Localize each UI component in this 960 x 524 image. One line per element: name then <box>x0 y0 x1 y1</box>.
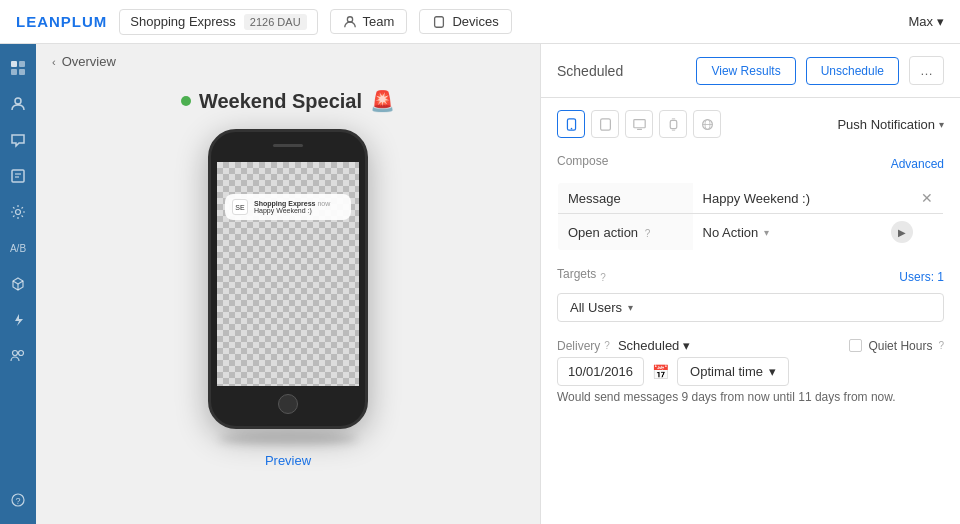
user-name: Max <box>908 14 933 29</box>
team-button[interactable]: Team <box>330 9 408 34</box>
campaign-area: Weekend Special 🚨 SE Shopping Express no… <box>36 79 540 524</box>
phone-device-icon[interactable] <box>557 110 585 138</box>
phone-home-button <box>278 394 298 414</box>
sidebar-item-messages[interactable] <box>2 124 34 156</box>
phone-screen: SE Shopping Express now Happy Weekend :) <box>217 162 359 386</box>
svg-rect-20 <box>600 118 610 129</box>
back-arrow-icon: ‹ <box>52 56 56 68</box>
svg-text:?: ? <box>16 496 21 506</box>
svg-line-12 <box>13 281 18 284</box>
svg-point-6 <box>15 98 21 104</box>
breadcrumb-overview[interactable]: Overview <box>62 54 116 69</box>
phone-mockup: SE Shopping Express now Happy Weekend :) <box>208 129 368 445</box>
sidebar-item-dashboard[interactable] <box>2 52 34 84</box>
delivery-help-icon: ? <box>604 340 610 351</box>
phone-notification: SE Shopping Express now Happy Weekend :) <box>225 194 351 220</box>
team-icon <box>343 15 357 29</box>
notification-type-arrow-icon: ▾ <box>939 119 944 130</box>
sidebar-item-spark[interactable] <box>2 304 34 336</box>
dau-badge: 2126 DAU <box>244 14 307 30</box>
svg-rect-1 <box>435 16 444 27</box>
svg-rect-3 <box>19 61 25 67</box>
play-button[interactable]: ▶ <box>891 221 913 243</box>
user-chevron-icon: ▾ <box>937 14 944 29</box>
message-close-icon[interactable]: ✕ <box>921 190 933 206</box>
unschedule-button[interactable]: Unschedule <box>806 57 899 85</box>
message-row: Message Happy Weekend :) ✕ <box>558 183 944 214</box>
devices-icon <box>432 15 446 29</box>
tablet-device-icon[interactable] <box>591 110 619 138</box>
sidebar-item-users[interactable] <box>2 88 34 120</box>
svg-rect-21 <box>633 119 644 127</box>
campaign-name: Weekend Special <box>199 90 362 113</box>
panel-status: Scheduled <box>557 63 686 79</box>
layout: A/B ? ‹ Overview Weekend Special 🚨 <box>0 44 960 524</box>
device-icons-row: Push Notification ▾ <box>557 110 944 138</box>
delivery-info-text: Would send messages 9 days from now unti… <box>557 390 944 404</box>
optimal-time-selector[interactable]: Optimal time ▾ <box>677 357 789 386</box>
no-action-value: No Action <box>703 225 759 240</box>
open-action-row: Open action ? No Action ▾ ▶ <box>558 214 944 251</box>
scheduled-select[interactable]: Scheduled ▾ <box>618 338 690 353</box>
svg-point-15 <box>19 351 24 356</box>
open-action-text: Open action <box>568 225 638 240</box>
right-panel: Scheduled View Results Unschedule … <box>540 44 960 524</box>
sidebar-item-campaigns[interactable] <box>2 160 34 192</box>
desktop-device-icon[interactable] <box>625 110 653 138</box>
svg-rect-23 <box>670 120 677 128</box>
scheduled-value: Scheduled <box>618 338 679 353</box>
panel-body: Push Notification ▾ Compose Advanced Mes… <box>541 98 960 416</box>
user-menu[interactable]: Max ▾ <box>908 14 944 29</box>
more-options-button[interactable]: … <box>909 56 944 85</box>
sidebar: A/B ? <box>0 44 36 524</box>
phone-speaker <box>273 144 303 147</box>
all-users-label: All Users <box>570 300 622 315</box>
date-input[interactable]: 10/01/2016 <box>557 357 644 386</box>
svg-rect-7 <box>12 170 24 182</box>
sidebar-item-groups[interactable] <box>2 340 34 372</box>
devices-button[interactable]: Devices <box>419 9 511 34</box>
app-selector[interactable]: Shopping Express 2126 DAU <box>119 9 317 35</box>
watch-device-icon[interactable] <box>659 110 687 138</box>
sidebar-item-settings[interactable] <box>2 196 34 228</box>
notification-type-selector[interactable]: Push Notification ▾ <box>837 117 944 132</box>
message-value[interactable]: Happy Weekend :) <box>693 183 881 214</box>
compose-label: Compose <box>557 154 608 168</box>
preview-link[interactable]: Preview <box>265 453 311 468</box>
panel-header: Scheduled View Results Unschedule … <box>541 44 960 98</box>
svg-line-13 <box>18 281 23 284</box>
svg-rect-4 <box>11 69 17 75</box>
advanced-link[interactable]: Advanced <box>891 157 944 171</box>
devices-label: Devices <box>452 14 498 29</box>
optimal-time-value: Optimal time <box>690 364 763 379</box>
no-action-cell: No Action ▾ <box>693 214 881 251</box>
view-results-button[interactable]: View Results <box>696 57 795 85</box>
sidebar-item-help[interactable]: ? <box>2 484 34 516</box>
web-device-icon[interactable] <box>693 110 721 138</box>
users-count: Users: 1 <box>899 270 944 284</box>
compose-table: Message Happy Weekend :) ✕ Open action ? <box>557 182 944 251</box>
compose-section: Compose Advanced Message Happy Weekend :… <box>557 154 944 251</box>
svg-point-19 <box>570 127 572 129</box>
quiet-hours-help-icon: ? <box>938 340 944 351</box>
main-content: ‹ Overview Weekend Special 🚨 SE Shopping <box>36 44 540 524</box>
campaign-title: Weekend Special 🚨 <box>181 89 395 113</box>
sidebar-item-ab-test[interactable]: A/B <box>2 232 34 264</box>
play-btn-cell: ▶ <box>881 214 944 251</box>
date-value: 10/01/2016 <box>568 364 633 379</box>
breadcrumb: ‹ Overview <box>36 44 540 79</box>
all-users-button[interactable]: All Users ▾ <box>557 293 944 322</box>
calendar-icon[interactable]: 📅 <box>652 364 669 380</box>
sidebar-item-box[interactable] <box>2 268 34 300</box>
svg-point-10 <box>16 210 21 215</box>
delivery-header: Delivery ? Scheduled ▾ Quiet Hours ? <box>557 338 944 353</box>
quiet-hours-row: Quiet Hours ? <box>849 339 944 353</box>
phone-device: SE Shopping Express now Happy Weekend :) <box>208 129 368 429</box>
logo: LEANPLUM <box>16 13 107 30</box>
targets-label: Targets <box>557 267 596 281</box>
delivery-label: Delivery <box>557 339 600 353</box>
targets-section: Targets ? Users: 1 All Users ▾ <box>557 267 944 322</box>
notif-content: Shopping Express now Happy Weekend :) <box>254 200 330 214</box>
quiet-hours-checkbox[interactable] <box>849 339 862 352</box>
app-name: Shopping Express <box>130 14 236 29</box>
